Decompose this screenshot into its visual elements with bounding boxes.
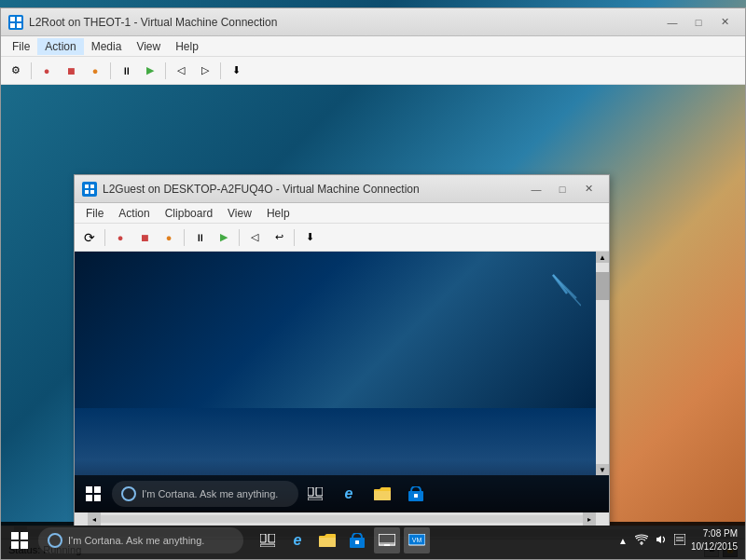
inner-tb-play[interactable]: ▶ (213, 227, 235, 248)
svg-rect-9 (85, 184, 89, 188)
inner-hscroll-track[interactable] (101, 515, 583, 523)
svg-rect-31 (260, 544, 275, 547)
outer-tb-right[interactable]: ▷ (194, 61, 216, 81)
svg-rect-24 (414, 494, 418, 498)
outer-vm-minimize-btn[interactable]: — (659, 13, 685, 32)
svg-rect-10 (90, 184, 94, 188)
tray-volume-icon[interactable] (654, 532, 669, 550)
outer-tb-reset[interactable]: ● (35, 61, 58, 81)
outer-tb-pause[interactable]: ⏸ (115, 61, 137, 81)
inner-edge-icon[interactable]: e (336, 481, 362, 507)
inner-vm-controls: — □ ✕ (523, 180, 601, 198)
inner-cortana-text: I'm Cortana. Ask me anything. (142, 488, 278, 499)
outer-store-icon[interactable] (344, 527, 370, 553)
outer-cortana-text: I'm Cortana. Ask me anything. (68, 535, 204, 546)
tray-action-center[interactable] (672, 532, 687, 550)
svg-rect-20 (308, 487, 313, 496)
inner-menu-view[interactable]: View (220, 205, 259, 222)
inner-hscroll-right-btn[interactable]: ▸ (583, 512, 596, 526)
svg-rect-11 (85, 190, 89, 194)
inner-start-button[interactable] (78, 479, 108, 509)
svg-rect-36 (384, 544, 390, 546)
inner-tb-undo[interactable]: ↩ (268, 227, 290, 248)
outer-tb-left[interactable]: ◁ (170, 61, 192, 81)
inner-tb-download[interactable]: ⬇ (298, 227, 321, 248)
outer-tb-download[interactable]: ⬇ (225, 61, 247, 81)
outer-menu-view[interactable]: View (129, 38, 168, 55)
outer-cortana-bar[interactable]: I'm Cortana. Ask me anything. (38, 527, 243, 553)
svg-rect-25 (11, 532, 19, 540)
outer-cortana-circle (48, 533, 62, 548)
outer-folder-icon[interactable] (314, 527, 340, 553)
inner-menu-file[interactable]: File (78, 205, 111, 222)
inner-vm-close-btn[interactable]: ✕ (575, 180, 601, 198)
inner-hscroll-left-btn[interactable]: ◂ (88, 512, 101, 526)
outer-vm-maximize-btn[interactable]: □ (685, 13, 711, 32)
inner-tb-pause[interactable]: ⏸ (188, 227, 211, 248)
inner-folder-icon[interactable] (369, 481, 395, 507)
outer-menu-media[interactable]: Media (84, 38, 130, 55)
inner-tb-sep4 (294, 229, 295, 246)
tray-network-icon[interactable] (633, 532, 650, 550)
inner-vm-window: L2Guest on DESKTOP-A2FUQ4O - Virtual Mac… (74, 174, 610, 526)
svg-rect-7 (10, 23, 15, 28)
inner-vm-maximize-btn[interactable]: □ (549, 180, 575, 198)
inner-tb-refresh[interactable]: ⟳ (78, 227, 101, 248)
outer-menu-action[interactable]: Action (37, 38, 83, 55)
inner-taskbar-icons: e (302, 481, 429, 507)
outer-tb-sep1 (31, 62, 32, 79)
outer-tb-sep3 (165, 62, 166, 79)
inner-store-icon[interactable] (403, 481, 429, 507)
outer-start-button[interactable] (5, 526, 35, 555)
inner-scroll-thumb[interactable] (596, 272, 609, 300)
inner-cortana-bar[interactable]: I'm Cortana. Ask me anything. (112, 481, 298, 507)
svg-text:VM: VM (412, 537, 422, 543)
outer-tb-orange[interactable]: ● (84, 61, 106, 81)
inner-vm-vscrollbar[interactable]: ▲ ▼ (596, 252, 609, 475)
outer-vm-taskbar-icon[interactable] (374, 527, 400, 553)
desktop: Windows 10 Enterprise In Evaluation copy… (0, 0, 746, 560)
system-clock[interactable]: 7:08 PM 10/12/2015 (691, 527, 738, 553)
outer-os-taskbar: I'm Cortana. Ask me anything. e (1, 522, 745, 559)
svg-rect-6 (17, 17, 21, 21)
outer-tb-play[interactable]: ▶ (139, 61, 161, 81)
outer-tb-settings[interactable]: ⚙ (5, 61, 27, 81)
outer-task-view-btn[interactable] (255, 527, 281, 553)
inner-menu-clipboard[interactable]: Clipboard (158, 205, 220, 222)
svg-rect-29 (260, 534, 266, 542)
inner-menu-action[interactable]: Action (111, 205, 157, 222)
inner-task-view-btn[interactable] (302, 481, 328, 507)
inner-tb-red1[interactable]: ● (109, 227, 131, 248)
system-tray: ▲ (616, 527, 741, 553)
inner-tb-orange[interactable]: ● (158, 227, 180, 248)
svg-rect-17 (94, 486, 101, 493)
inner-scroll-down[interactable]: ▼ (596, 464, 609, 475)
outer-vm-menubar: File Action Media View Help (1, 36, 745, 57)
inner-vm-title: L2Guest on DESKTOP-A2FUQ4O - Virtual Mac… (103, 183, 523, 196)
outer-menu-file[interactable]: File (5, 38, 37, 55)
inner-tb-red2[interactable]: ⏹ (133, 227, 156, 248)
svg-rect-19 (94, 495, 101, 501)
outer-tb-stop[interactable]: ⏹ (60, 61, 82, 81)
inner-scroll-up[interactable]: ▲ (596, 252, 609, 263)
svg-rect-28 (21, 541, 28, 549)
inner-vm-titlebar: L2Guest on DESKTOP-A2FUQ4O - Virtual Mac… (75, 175, 609, 203)
inner-tb-sep3 (239, 229, 240, 246)
inner-vm-toolbar: ⟳ ● ⏹ ● ⏸ ▶ ◁ ↩ ⬇ (75, 224, 609, 252)
inner-tb-left[interactable]: ◁ (243, 227, 266, 248)
notification-chevron[interactable]: ▲ (616, 534, 629, 548)
inner-tb-sep1 (104, 229, 105, 246)
outer-vm-close-btn[interactable]: ✕ (711, 13, 738, 32)
outer-edge-icon[interactable]: e (284, 527, 311, 553)
svg-rect-33 (355, 540, 359, 544)
inner-vm-minimize-btn[interactable]: — (523, 180, 549, 198)
inner-vm-title-icon (82, 182, 97, 197)
svg-rect-40 (674, 534, 685, 545)
outer-menu-help[interactable]: Help (168, 38, 206, 55)
inner-h-scrollbar[interactable]: ◂ ▸ (75, 512, 609, 526)
svg-rect-5 (10, 17, 15, 21)
outer-vm-window: L2Root on THEOT-1 - Virtual Machine Conn… (0, 7, 746, 560)
svg-rect-22 (308, 498, 323, 500)
outer-hyper-v-icon[interactable]: VM (404, 527, 430, 553)
inner-menu-help[interactable]: Help (259, 205, 297, 222)
